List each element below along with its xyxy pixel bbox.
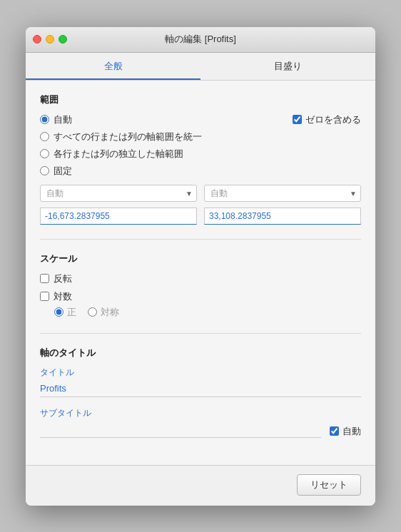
range-radio-all-rows[interactable] bbox=[40, 132, 49, 141]
range-option-per-row: 各行または列の独立した軸範囲 bbox=[40, 148, 361, 160]
dialog-window: 軸の編集 [Profits] 全般 目盛り 範囲 ゼロを含める 自動 bbox=[26, 27, 375, 506]
include-zero-label: ゼロを含める bbox=[305, 113, 361, 126]
range-dropdown-left[interactable]: 自動 bbox=[40, 185, 197, 202]
range-title: 範囲 bbox=[40, 93, 361, 106]
scale-log-item: 対数 bbox=[40, 290, 361, 303]
include-zero-checkbox[interactable] bbox=[293, 115, 302, 124]
reset-button[interactable]: リセット bbox=[297, 474, 361, 496]
scale-reverse-checkbox[interactable] bbox=[40, 274, 49, 283]
subtitle-field-input[interactable] bbox=[40, 421, 321, 438]
include-zero-container: ゼロを含める bbox=[293, 113, 361, 126]
axis-title-section: 軸のタイトル タイトル サブタイトル 自動 bbox=[40, 347, 361, 438]
divider-1 bbox=[40, 239, 361, 240]
range-radio-per-row[interactable] bbox=[40, 149, 49, 158]
divider-2 bbox=[40, 333, 361, 334]
title-field-label: タイトル bbox=[40, 367, 361, 379]
window-title: 軸の編集 [Profits] bbox=[165, 33, 236, 46]
range-section: 範囲 ゼロを含める 自動 すべての行または列の軸範囲を統一 各行または bbox=[40, 93, 361, 225]
range-values-row bbox=[40, 208, 361, 225]
subtitle-field-label: サブタイトル bbox=[40, 407, 321, 419]
range-radio-auto[interactable] bbox=[40, 115, 49, 124]
traffic-lights bbox=[33, 35, 67, 44]
scale-symmetric-item: 対称 bbox=[88, 306, 119, 319]
axis-title-heading: 軸のタイトル bbox=[40, 347, 361, 359]
subtitle-auto-checkbox[interactable] bbox=[330, 426, 339, 436]
range-value-left[interactable] bbox=[40, 208, 197, 225]
range-option-all-rows: すべての行または列の軸範囲を統一 bbox=[40, 131, 361, 143]
range-dropdowns-row: 自動 ▼ 自動 ▼ bbox=[40, 185, 361, 202]
range-radio-group: ゼロを含める 自動 すべての行または列の軸範囲を統一 各行または列の独立した軸範… bbox=[40, 113, 361, 178]
dialog-footer: リセット bbox=[26, 465, 375, 506]
range-option-fixed: 固定 bbox=[40, 165, 361, 178]
scale-checkbox-group: 反転 対数 bbox=[40, 272, 361, 303]
maximize-button[interactable] bbox=[59, 35, 67, 44]
scale-section: スケール 反転 対数 正 対称 bbox=[40, 252, 361, 319]
scale-title: スケール bbox=[40, 252, 361, 265]
title-field-input[interactable] bbox=[40, 380, 361, 397]
tab-ticks[interactable]: 目盛り bbox=[200, 53, 375, 80]
subtitle-auto-label: 自動 bbox=[342, 425, 361, 438]
scale-positive-radio[interactable] bbox=[54, 307, 64, 317]
title-bar: 軸の編集 [Profits] bbox=[26, 27, 375, 53]
scale-positive-item: 正 bbox=[54, 306, 76, 319]
tab-general[interactable]: 全般 bbox=[26, 53, 200, 80]
tab-bar: 全般 目盛り bbox=[26, 53, 375, 81]
range-value-right[interactable] bbox=[204, 208, 361, 225]
scale-reverse-item: 反転 bbox=[40, 272, 361, 285]
scale-log-checkbox[interactable] bbox=[40, 292, 49, 301]
subtitle-left-area: サブタイトル bbox=[40, 407, 321, 438]
auto-checkbox-container: 自動 bbox=[330, 425, 361, 438]
range-dropdown-right-wrapper: 自動 ▼ bbox=[204, 185, 361, 202]
close-button[interactable] bbox=[33, 35, 41, 44]
range-dropdown-left-wrapper: 自動 ▼ bbox=[40, 185, 197, 202]
scale-sub-radio-row: 正 対称 bbox=[54, 306, 361, 319]
content-area: 範囲 ゼロを含める 自動 すべての行または列の軸範囲を統一 各行または bbox=[26, 81, 375, 465]
subtitle-row: サブタイトル 自動 bbox=[40, 407, 361, 438]
minimize-button[interactable] bbox=[46, 35, 54, 44]
range-dropdown-right[interactable]: 自動 bbox=[204, 185, 361, 202]
range-radio-fixed[interactable] bbox=[40, 166, 49, 175]
scale-symmetric-radio[interactable] bbox=[88, 307, 97, 317]
